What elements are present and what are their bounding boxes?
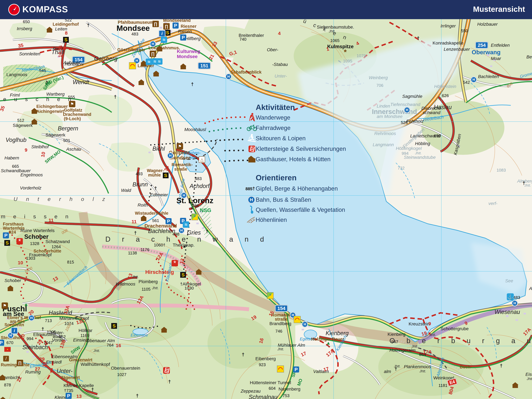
cross-icon: † (395, 366, 397, 372)
swim-icon: ≈ (146, 59, 152, 65)
map-label: Rehrlmoos (374, 131, 396, 136)
map-label: 1205 (47, 330, 56, 334)
camp-icon: △ (199, 156, 205, 163)
map-label: Höblingkogel (396, 146, 422, 151)
hut-icon (32, 121, 37, 125)
map-label: 1176 (140, 247, 149, 252)
map-label: Berg- (526, 55, 532, 59)
legend-item-skitouren: Skitouren & Loipen (256, 135, 306, 142)
hand-icon: * (16, 238, 23, 245)
map-label: 561 (152, 218, 159, 223)
S-icon: S (163, 172, 169, 178)
map-label: 10 (40, 152, 46, 158)
map-label: 486 (192, 204, 199, 208)
anchor-icon: ⚓ (507, 293, 514, 300)
map-label: 1181 (438, 383, 447, 388)
map-label: 526 (401, 120, 408, 125)
cross-icon: † (42, 326, 44, 332)
map-label: 10 (18, 260, 23, 265)
map-label: 1060† (154, 243, 165, 247)
map-label: 1027 (117, 373, 127, 377)
legend-item-hoehenlinien: Höhenlinien (256, 217, 287, 223)
map-label: 4 (278, 31, 281, 36)
map-label: Eichingerbauer (36, 104, 68, 109)
map-label: Kulturweg (177, 49, 200, 54)
map-label: Plankenmoos (404, 364, 431, 369)
map-label: 994 (26, 337, 33, 341)
map-label: Langmann (373, 142, 394, 147)
cross-icon: † (417, 36, 420, 41)
map-label: straße (174, 167, 187, 171)
map-label: m e i s s e n (1, 214, 71, 219)
hiker-icon (247, 113, 256, 123)
mus-icon: ∏ (150, 51, 156, 57)
map-label: 501 (63, 138, 70, 143)
lift-icon: / (3, 356, 9, 361)
rf-icon: ▪ (4, 347, 11, 352)
map-label: 1065 (330, 38, 340, 43)
map-label: Eisenau (526, 372, 532, 377)
cross-icon: † (45, 80, 48, 85)
map-label: Hilfberg (185, 36, 201, 41)
map-label: Göschlberger (117, 48, 146, 52)
map-label: 1303 (26, 256, 35, 260)
map-label: Vorderholz (20, 186, 41, 190)
map-label: Brandlberg (269, 321, 291, 326)
map-label: Höllkar (79, 328, 92, 333)
map-label: Kulmspitze (327, 44, 354, 49)
map-label: Engelmoos (20, 172, 43, 177)
map-label: Fehrholz (406, 119, 424, 124)
map-label: 1138 (128, 251, 137, 255)
map-label: Jhtt. (415, 152, 422, 155)
map-label: 706 (376, 83, 383, 88)
map-label: 254 (475, 42, 488, 49)
cross-icon: † (91, 387, 94, 393)
map-label: Achdorf (190, 183, 209, 189)
map-label: Gries (187, 230, 201, 235)
map-label: 9 (428, 321, 431, 326)
map-label: Schober (5, 278, 21, 283)
map-label: Mondsee (116, 24, 150, 32)
map-label: Buch- (460, 365, 472, 369)
map-label: see (189, 155, 196, 160)
cross-icon: † (206, 229, 209, 234)
map-label: Kreuzstein (409, 322, 430, 326)
map-label: Wildmoos (116, 282, 135, 286)
map-label: Wartberg (46, 92, 65, 96)
P-icon: P (66, 393, 72, 399)
map-label: 550 (461, 29, 468, 33)
map-label: Steinbach (22, 344, 48, 350)
kompass-logo-icon (8, 4, 20, 15)
map-label: 670 (6, 341, 13, 345)
gy-icon: * (267, 292, 274, 299)
hut-icon (32, 111, 37, 114)
map-label: Zeppezau (241, 389, 261, 393)
map-label: Unter- (275, 74, 287, 78)
map-label: Bichl (152, 146, 165, 152)
legend-orient-title: Orientieren (256, 173, 297, 182)
map-label: Eibenberg (255, 356, 276, 361)
S-icon: S (180, 272, 186, 278)
cross-icon: † (136, 393, 139, 399)
map-label: Wallhüttenkopf (81, 362, 110, 367)
map-label: Steiblhof (31, 145, 49, 149)
map-label: Mühlauer Alm (278, 343, 305, 348)
map-label: Siebenbaumstube. (317, 25, 354, 29)
map-label: 1264 (51, 245, 61, 249)
peak-height-icon: 885† (246, 186, 255, 191)
map-label: Schottergrube (441, 326, 469, 331)
mus-icon: ∏ (163, 23, 170, 30)
map-label: Drachenwand (63, 112, 91, 117)
map-label: am Mondsee (377, 114, 403, 119)
map-label: Schatzwand (45, 239, 70, 244)
map-label: Schober (24, 234, 49, 240)
cross-icon: † (114, 94, 117, 100)
golf-icon: ⚑ (2, 303, 8, 309)
map-label: †735 (64, 388, 73, 393)
map-label: 9 (25, 147, 27, 152)
P-icon: P (180, 34, 186, 41)
map-label: Riesner (181, 24, 196, 29)
map-label: Irrsberg (17, 26, 32, 31)
hut-icon (248, 156, 255, 163)
map-label: Brunn (133, 182, 148, 187)
